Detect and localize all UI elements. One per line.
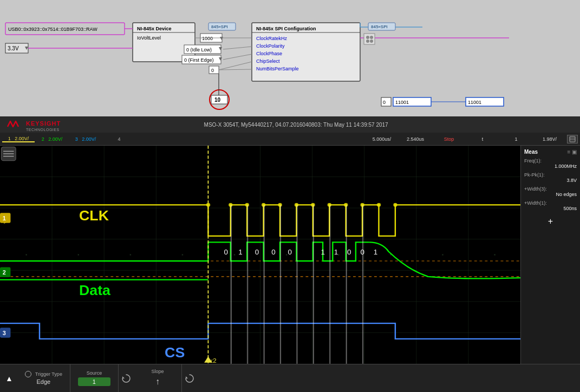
svg-text:11001: 11001	[468, 100, 481, 105]
svg-rect-79	[130, 254, 131, 255]
scope-model-info: MSO-X 3054T, My54440217, 04.07.201604080…	[61, 122, 531, 128]
svg-rect-111	[313, 205, 314, 364]
svg-line-35	[219, 62, 252, 70]
svg-text:0: 0	[383, 100, 386, 105]
source-nav	[119, 373, 134, 384]
svg-point-43	[366, 36, 369, 39]
trig-level-cell[interactable]: 1.98V/	[533, 136, 566, 142]
source-rotate-icon	[121, 373, 132, 384]
trigger-type-label: Trigger Type	[35, 371, 62, 377]
svg-text:Data: Data	[79, 283, 111, 298]
svg-text:USB0::0x3923::0x7514::01B9F703: USB0::0x3923::0x7514::01B9F703::RAW	[8, 27, 97, 32]
svg-text:10: 10	[214, 97, 221, 103]
svg-text:CS: CS	[165, 345, 185, 361]
source-value[interactable]: 1	[78, 377, 110, 386]
svg-point-45	[366, 40, 369, 43]
svg-text:0: 0	[360, 249, 364, 257]
channel-row: 1 2.00V/ 2 2.00V/ 3 2.00V/ 4 5.000us/ 2.…	[0, 133, 580, 146]
trig-sym-cell: t	[466, 136, 499, 142]
svg-rect-113	[346, 205, 347, 364]
svg-text:3.3V: 3.3V	[8, 45, 19, 51]
svg-text:0: 0	[255, 249, 259, 257]
svg-text:1: 1	[238, 249, 242, 257]
svg-rect-114	[362, 205, 363, 364]
brand-text: KEYSIGHT TECHNOLOGIES	[26, 118, 61, 132]
svg-text:NI-845x Device: NI-845x Device	[137, 26, 172, 31]
svg-rect-78	[78, 254, 79, 255]
scope-display: x2	[0, 146, 580, 364]
width3-label: +Width(3):	[524, 186, 577, 192]
slope-value[interactable]: ↑	[141, 376, 174, 388]
svg-rect-85	[442, 254, 443, 255]
trigger-type-row: Trigger Type	[25, 371, 62, 377]
keysight-logo: KEYSIGHT TECHNOLOGIES	[5, 118, 61, 132]
pkpk-label: Pk-Pk(1):	[524, 172, 577, 178]
svg-rect-110	[296, 205, 297, 364]
svg-rect-42	[364, 34, 375, 44]
svg-rect-80	[182, 254, 183, 255]
svg-text:0 (Idle Low): 0 (Idle Low)	[186, 47, 212, 53]
meas-add-button[interactable]: +	[524, 217, 577, 226]
svg-text:x2: x2	[210, 357, 217, 364]
svg-marker-139	[186, 376, 188, 378]
run-stop-cell[interactable]: Stop	[433, 136, 465, 142]
diagram-area: USB0::0x3923::0x7514::01B9F703::RAW 3.3V…	[0, 0, 580, 116]
width1-value: 500ns	[524, 206, 577, 211]
scope-icon-cell[interactable]	[567, 135, 578, 143]
svg-text:0: 0	[347, 249, 351, 257]
svg-marker-138	[122, 376, 125, 378]
svg-rect-107	[247, 205, 248, 364]
svg-text:0 (First Edge): 0 (First Edge)	[184, 57, 214, 63]
ch2-cell[interactable]: 2 2.00V/	[36, 136, 68, 142]
source-label: Source	[87, 370, 102, 376]
svg-text:0: 0	[224, 249, 228, 257]
svg-point-46	[370, 40, 373, 43]
svg-text:IoVoltLevel: IoVoltLevel	[137, 35, 161, 41]
svg-text:ClockPhase: ClockPhase	[256, 51, 282, 56]
trig-src-cell[interactable]: 1	[500, 136, 532, 142]
slope-section[interactable]: Slope ↑	[134, 364, 182, 392]
svg-text:ClockRatekHz: ClockRatekHz	[256, 36, 288, 41]
timebase-cell[interactable]: 5.000us/	[366, 136, 398, 142]
svg-text:3: 3	[3, 330, 6, 336]
source-section[interactable]: Source 1	[70, 364, 119, 392]
svg-text:1: 1	[374, 249, 377, 257]
svg-line-34	[223, 54, 252, 60]
scope-toolbar: ▲ Trigger Type Edge Source 1 Slope ↑	[0, 364, 580, 392]
svg-text:11001: 11001	[395, 100, 409, 105]
delay-cell[interactable]: 2.540us	[399, 136, 432, 142]
width3-meas: +Width(3): No edges	[524, 186, 577, 197]
svg-rect-81	[234, 254, 235, 255]
svg-rect-82	[286, 254, 287, 255]
width1-label: +Width(1):	[524, 200, 577, 206]
svg-rect-86	[494, 254, 495, 255]
slope-label: Slope	[151, 369, 164, 374]
svg-text:ChipSelect: ChipSelect	[256, 58, 280, 64]
pkpk-value: 3.8V	[524, 178, 577, 183]
toolbar-up-arrow[interactable]: ▲	[5, 374, 13, 383]
trigger-indicator	[25, 371, 31, 377]
width3-value: No edges	[524, 192, 577, 197]
svg-text:845»SPI: 845»SPI	[371, 24, 388, 29]
svg-line-33	[223, 47, 252, 49]
freq-meas: Freq(1): 1.000MHz	[524, 158, 577, 169]
scope-canvas: x2	[0, 146, 520, 364]
svg-rect-77	[25, 254, 27, 255]
trigger-type-section[interactable]: Trigger Type Edge	[17, 364, 70, 392]
ch4-cell[interactable]: 4	[103, 136, 135, 142]
width1-meas: +Width(1): 500ns	[524, 200, 577, 211]
svg-rect-58	[570, 136, 575, 142]
svg-rect-109	[280, 205, 281, 364]
ch1-cell[interactable]: 1 2.00V/	[2, 136, 35, 142]
svg-text:1: 1	[321, 249, 324, 257]
meas-panel: Meas ≡ ▣ Freq(1): 1.000MHz Pk-Pk(1): 3.8…	[520, 146, 580, 364]
svg-rect-106	[231, 205, 232, 364]
svg-text:NI-845x SPI Configuration: NI-845x SPI Configuration	[256, 26, 316, 31]
trigger-type-value[interactable]: Edge	[27, 377, 60, 386]
meas-header: Meas ≡ ▣	[524, 149, 577, 155]
meas-title: Meas	[524, 149, 538, 155]
ch3-cell[interactable]: 3 2.00V/	[69, 136, 102, 142]
slope-rotate-icon	[184, 373, 195, 384]
svg-rect-112	[329, 205, 330, 364]
svg-text:1000: 1000	[202, 36, 213, 41]
